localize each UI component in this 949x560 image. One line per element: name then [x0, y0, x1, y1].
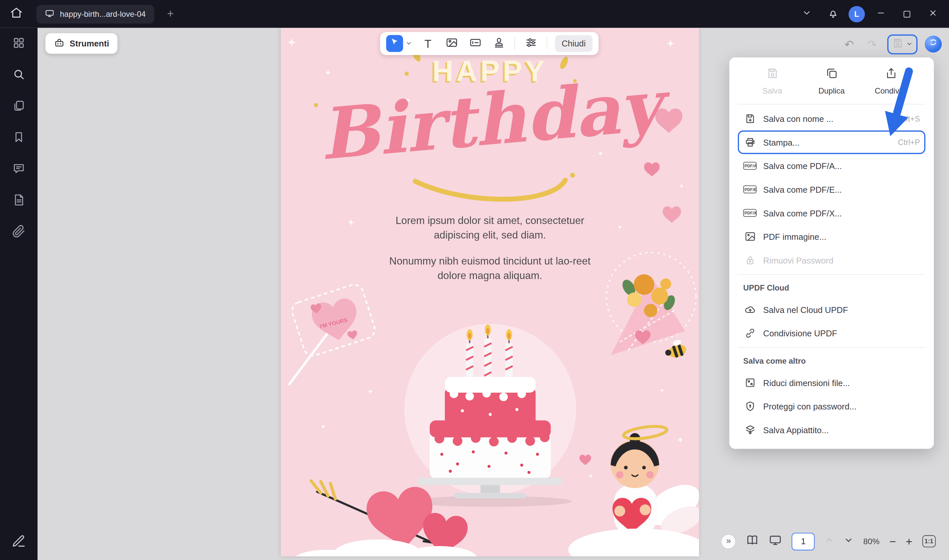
image-tool-button[interactable]	[444, 35, 459, 51]
expand-panel-button[interactable]: »	[721, 534, 736, 549]
chevron-down-icon[interactable]	[406, 38, 412, 49]
menu-item-pdf-e[interactable]: PDF/E Salva come PDF/E...	[738, 178, 925, 201]
page-layout-button[interactable]	[746, 533, 759, 549]
chevron-up-icon	[824, 535, 834, 548]
save-split-button[interactable]	[887, 34, 918, 54]
lock-icon	[743, 254, 756, 266]
titlebar: happy-birth...ard-love-04 + L	[0, 0, 949, 28]
heart-lollipop-sticker: I'M YOURS	[289, 282, 377, 384]
save-dropdown-menu: Salva Duplica Condividi	[729, 57, 934, 449]
history-save-toolbar: ↶ ↷	[841, 32, 942, 56]
menu-item-stampa[interactable]: Stampa... Ctrl+P	[738, 131, 925, 154]
menu-item-salva-appiattito[interactable]: Salva Appiattito...	[738, 418, 925, 442]
chevron-down-icon	[802, 8, 812, 20]
select-tool-group[interactable]	[386, 35, 412, 52]
menu-item-label: Condivisione UPDF	[763, 328, 837, 338]
strumenti-button[interactable]: Strumenti	[45, 33, 118, 54]
monitor-icon	[769, 533, 782, 549]
card-paragraph-2: Nonummy nibh euismod tincidunt ut lao-re…	[387, 255, 593, 284]
toolbar-divider	[547, 38, 547, 50]
book-view-icon	[746, 533, 759, 549]
menu-action-condividi[interactable]: Condividi	[862, 67, 919, 95]
comment-icon	[12, 162, 25, 178]
new-tab-button[interactable]: +	[162, 6, 178, 22]
sidebar-signature-button[interactable]	[11, 535, 27, 551]
apps-grid-icon	[12, 36, 25, 52]
card-paragraph-1: Lorem ipsum dolor sit amet, consectetuer…	[387, 214, 593, 243]
window-close-button[interactable]	[922, 4, 943, 24]
menu-item-label: Salva con nome ...	[763, 114, 833, 123]
sidebar-search-button[interactable]	[11, 68, 27, 83]
avatar-initial: L	[854, 9, 860, 18]
menu-item-label: Salva come PDF/X...	[763, 208, 842, 218]
text-tool-button[interactable]: T	[420, 35, 436, 51]
sidebar-bookmarks-button[interactable]	[11, 131, 27, 146]
actual-size-button[interactable]: 1:1	[922, 535, 935, 548]
app-window: happy-birth...ard-love-04 + L	[0, 0, 949, 560]
section-header-updf-cloud: UPDF Cloud	[738, 277, 925, 298]
next-page-button[interactable]	[844, 535, 853, 548]
menu-top-actions: Salva Duplica Condividi	[738, 63, 925, 102]
printer-icon	[743, 136, 756, 148]
image-icon	[445, 36, 458, 51]
menu-item-salva-con-nome[interactable]: Salva con nome ... Shift+S	[738, 107, 925, 131]
page-number-input[interactable]	[792, 533, 815, 550]
adjust-tool-button[interactable]	[523, 35, 539, 51]
sidebar-comments-button[interactable]	[11, 162, 27, 178]
zoom-out-button[interactable]: −	[889, 535, 896, 547]
user-avatar[interactable]: L	[849, 6, 865, 22]
cursor-icon	[390, 38, 399, 50]
menu-item-label: PDF immagine...	[763, 232, 826, 241]
flatten-layers-icon	[743, 424, 756, 435]
menu-item-pdf-x[interactable]: PDF/X Salva come PDF/X...	[738, 201, 925, 225]
menu-item-salva-cloud[interactable]: Salva nel Cloud UPDF	[738, 298, 925, 322]
redo-button[interactable]: ↷	[864, 36, 880, 52]
save-icon	[892, 37, 904, 51]
stamp-tool-button[interactable]	[491, 35, 507, 51]
chiudi-label: Chiudi	[561, 38, 585, 48]
menu-item-pdf-a[interactable]: PDF/A Salva come PDF/A...	[738, 154, 925, 178]
zoom-level[interactable]: 80%	[863, 537, 880, 546]
chiudi-button[interactable]: Chiudi	[555, 35, 592, 52]
menu-item-rimuovi-password[interactable]: Rimuovi Password	[738, 248, 925, 272]
editing-toolbar: T	[380, 32, 598, 55]
sidebar-apps-button[interactable]	[11, 36, 27, 52]
form-tool-button[interactable]	[467, 35, 483, 51]
sidebar-attachments-button[interactable]	[11, 225, 27, 240]
window-minimize-button[interactable]	[870, 4, 890, 24]
menu-item-label: Salva Appiattito...	[763, 425, 829, 434]
menu-item-condivisione-updf[interactable]: Condivisione UPDF	[738, 322, 925, 345]
sidebar-document-button[interactable]	[11, 193, 27, 209]
document-tab[interactable]: happy-birth...ard-love-04	[36, 5, 154, 23]
menu-item-label: Salva come PDF/A...	[763, 161, 842, 171]
arrow-hearts	[293, 481, 477, 556]
sidebar-thumbnails-button[interactable]	[11, 99, 27, 115]
window-maximize-button[interactable]	[896, 4, 917, 24]
workspace: I'M YOURS	[38, 28, 949, 560]
menu-action-salva[interactable]: Salva	[744, 67, 801, 95]
menu-item-label: Stampa...	[763, 137, 800, 147]
previous-page-button[interactable]	[824, 535, 834, 548]
home-button[interactable]	[6, 4, 26, 24]
titlebar-dropdown-button[interactable]	[796, 4, 817, 24]
menu-item-proteggi-password[interactable]: Proteggi con password...	[738, 395, 925, 418]
undo-icon: ↶	[844, 38, 854, 50]
menu-action-duplica[interactable]: Duplica	[803, 67, 860, 95]
menu-item-label: Riduci dimensioni file...	[763, 378, 850, 388]
select-tool-button[interactable]	[386, 35, 403, 52]
text-tool-icon: T	[424, 38, 431, 49]
menu-item-label: Salva nel Cloud UPDF	[763, 305, 848, 314]
chevron-down-icon[interactable]	[906, 38, 913, 49]
ai-assistant-button[interactable]	[925, 35, 942, 52]
menu-item-shortcut: Shift+S	[894, 114, 920, 123]
chevron-down-icon	[844, 535, 853, 548]
undo-button[interactable]: ↶	[841, 36, 857, 52]
notifications-button[interactable]	[823, 4, 843, 24]
menu-item-pdf-immagine[interactable]: PDF immagine...	[738, 225, 925, 248]
cupid-angel	[568, 424, 699, 556]
zoom-in-button[interactable]: +	[906, 535, 912, 547]
presentation-mode-button[interactable]	[769, 533, 782, 549]
action-label: Condividi	[875, 86, 907, 95]
pdf-page[interactable]: I'M YOURS	[281, 28, 699, 556]
menu-item-riduci-dimensioni[interactable]: Riduci dimensioni file...	[738, 371, 925, 395]
